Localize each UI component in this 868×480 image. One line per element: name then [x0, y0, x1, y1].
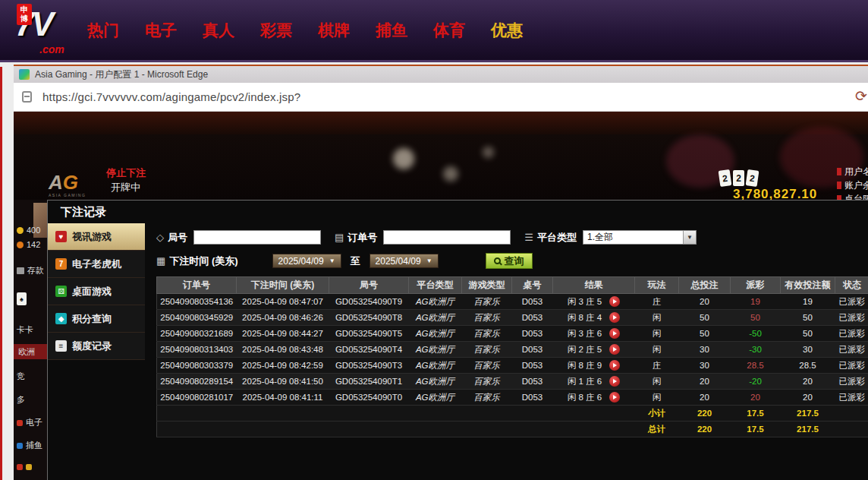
round-id-cell: GD053254090T1 [329, 374, 409, 390]
nav-item[interactable]: 优惠 [478, 20, 536, 41]
table-row: 250409080345929 2025-04-09 08:46:26 GD05… [157, 310, 868, 326]
nav-item[interactable]: 热门 [74, 20, 132, 41]
column-header: 总投注 [679, 277, 731, 294]
result-cell: 闲 1 庄 6 [553, 374, 635, 390]
round-id-cell: GD053254090T8 [329, 310, 409, 326]
subtotal-total-bet: 220 [679, 406, 731, 422]
date-to-select[interactable]: 2025/04/09 ▼ [370, 254, 439, 268]
bet-time-cell: 2025-04-09 08:41:50 [237, 374, 329, 390]
sidebar-item[interactable]: 7 电子老虎机 [48, 251, 145, 278]
browser-title-bar: Asia Gaming - 用户配置 1 - Microsoft Edge [14, 66, 868, 83]
address-bar[interactable]: https://gci.7vvvvvv.com/agingame/pcv2/in… [14, 83, 868, 112]
ag-logo-subtitle: ASIA GAMING [49, 194, 86, 197]
replay-icon[interactable] [609, 312, 620, 323]
nav-item[interactable]: 彩票 [247, 20, 305, 41]
nav-item[interactable]: 体育 [420, 20, 478, 41]
chevron-down-icon: ▼ [426, 257, 432, 264]
column-header: 状态 [835, 277, 868, 294]
calendar-icon: ▦ [156, 255, 165, 267]
status-cell: 已派彩 [835, 390, 868, 406]
nav-item[interactable]: 棋牌 [305, 20, 363, 41]
background-banner [14, 112, 868, 134]
game-type-cell: 百家乐 [462, 310, 512, 326]
table-row: 250409080313403 2025-04-09 08:43:48 GD05… [157, 342, 868, 358]
rail-menu-item[interactable]: 捕鱼 [17, 440, 42, 451]
rail-menu-item[interactable]: 卡卡 [17, 324, 33, 336]
order-number-input[interactable] [383, 230, 511, 245]
game-type-cell: 百家乐 [462, 390, 512, 406]
platform-cell: AG欧洲厅 [409, 374, 462, 390]
page-security-icon[interactable] [22, 91, 32, 103]
rail-menu-item-active[interactable]: 欧洲 [14, 344, 47, 359]
nav-item[interactable]: 真人 [190, 20, 247, 41]
table-no-cell: D053 [512, 374, 553, 390]
replay-icon[interactable] [609, 296, 620, 307]
payout-cell: 28.5 [731, 358, 781, 374]
round-id-cell: GD053254090T5 [329, 326, 409, 342]
sidebar-item[interactable]: ⚄ 桌面游戏 [48, 278, 145, 305]
replay-icon[interactable] [609, 360, 620, 371]
gold-coin-icon [17, 227, 24, 234]
payout-cell: -20 [731, 374, 781, 390]
chevron-down-icon: ▼ [683, 231, 696, 244]
filter-row-2: ▦下注时间 (美东) 2025/04/09 ▼ 至 2025/04/09 ▼ [156, 253, 868, 269]
page-viewport: AG ASIA GAMING 停止下注 开牌中 2 2 2 3,780,827.… [14, 112, 868, 480]
sidebar-item-label: 电子老虎机 [72, 257, 121, 271]
valid-bet-cell: 19 [781, 294, 835, 310]
sidebar-item[interactable]: ≡ 额度记录 [48, 333, 145, 360]
replay-icon[interactable] [609, 392, 620, 403]
rail-menu-item[interactable]: 竞 [17, 371, 25, 382]
playing-card: 2 [746, 169, 760, 187]
between-label: 至 [351, 254, 360, 268]
round-number-icon: ◇ [156, 232, 164, 243]
cards-icon [17, 292, 27, 305]
platform-cell: AG欧洲厅 [409, 342, 462, 358]
result-cell: 闲 8 庄 9 [553, 358, 635, 374]
logo-suffix: .com [39, 43, 64, 55]
rail-menu-item[interactable]: 多 [17, 394, 25, 406]
table-no-cell: D053 [512, 358, 553, 374]
total-bet-cell: 20 [679, 294, 731, 310]
game-type-cell: 百家乐 [462, 326, 512, 342]
round-id-cell: GD053254090T4 [329, 342, 409, 358]
play-cell: 闲 [635, 374, 679, 390]
order-id-cell: 250409080289154 [157, 374, 237, 390]
bet-time-cell: 2025-04-09 08:47:07 [237, 294, 329, 310]
rail-menu-item[interactable]: 电子 [17, 417, 42, 428]
date-from-select[interactable]: 2025/04/09 ▼ [272, 254, 341, 268]
url-text[interactable]: https://gci.7vvvvvv.com/agingame/pcv2/in… [42, 90, 300, 103]
platform-type-select[interactable]: 1.全部 ▼ [583, 230, 697, 245]
grand-total-payout: 17.5 [731, 422, 781, 437]
reload-icon[interactable]: ⟳ [855, 87, 867, 105]
playing-card: 2 [733, 170, 744, 186]
table-row: 250409080281017 2025-04-09 08:41:11 GD05… [157, 390, 868, 406]
game-type-cell: 百家乐 [462, 294, 512, 310]
site-logo[interactable]: 7V 申博 .com [11, 0, 74, 62]
red-chip-icon [837, 168, 841, 175]
table-row: 250409080321689 2025-04-09 08:44:27 GD05… [157, 326, 868, 342]
round-number-input[interactable] [193, 230, 321, 245]
valid-bet-cell: 30 [781, 342, 835, 358]
replay-icon[interactable] [609, 328, 620, 339]
balance-row: 142 [17, 240, 40, 249]
column-header: 订单号 [157, 277, 237, 294]
replay-icon[interactable] [609, 376, 620, 387]
replay-icon[interactable] [609, 344, 620, 355]
points-query-icon: ◆ [55, 313, 67, 324]
total-bet-cell: 50 [679, 310, 731, 326]
table-no-cell: D053 [512, 326, 553, 342]
account-info-row: 用户名称 [837, 165, 868, 178]
sidebar-item[interactable]: ◆ 积分查询 [48, 305, 145, 333]
nav-item[interactable]: 电子 [132, 20, 190, 41]
bet-records-modal: 下注记录 ♥ 视讯游戏 7 电子老虎机 [47, 200, 868, 480]
bet-time-cell: 2025-04-09 08:46:26 [237, 310, 329, 326]
order-id-cell: 250409080313403 [157, 342, 237, 358]
column-header: 派彩 [731, 277, 781, 294]
deposit-button[interactable]: 存款 [17, 265, 44, 276]
sidebar-item[interactable]: ♥ 视讯游戏 [48, 223, 145, 251]
site-header: 7V 申博 .com 热门 电子 真人 彩票 棋牌 捕鱼 体育 优惠 [0, 0, 868, 62]
order-number-label: ▤订单号 [335, 231, 377, 245]
screen: 7V 申博 .com 热门 电子 真人 彩票 棋牌 捕鱼 体育 优惠 [0, 0, 868, 480]
search-button[interactable]: 查询 [486, 253, 533, 269]
nav-item[interactable]: 捕鱼 [363, 20, 420, 41]
